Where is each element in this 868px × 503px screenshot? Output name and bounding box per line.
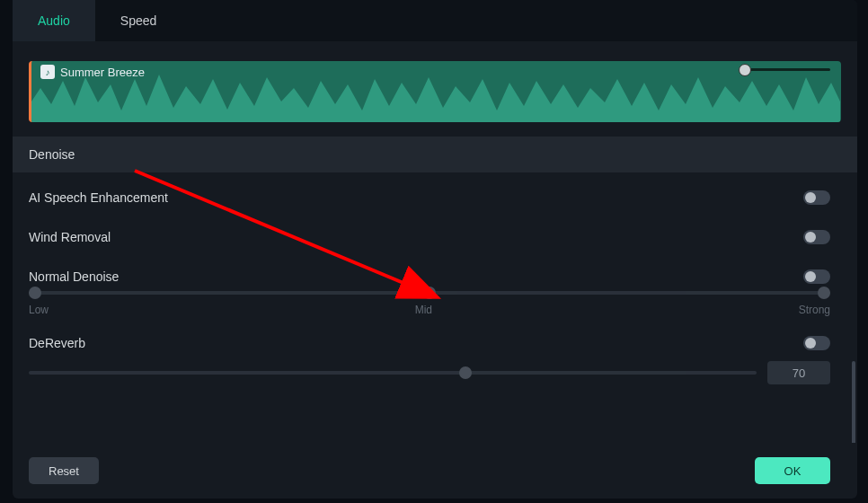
normal-denoise-toggle[interactable] (803, 269, 830, 284)
normal-denoise-slider[interactable] (29, 291, 830, 295)
dereverb-toggle[interactable] (803, 336, 830, 350)
tab-audio[interactable]: Audio (13, 0, 95, 41)
normal-denoise-handle-low[interactable] (29, 287, 41, 299)
clip-title: Summer Breeze (60, 66, 145, 79)
reset-button[interactable]: Reset (29, 457, 99, 484)
svg-marker-0 (31, 75, 840, 122)
dereverb-slider[interactable] (29, 371, 757, 375)
normal-denoise-handle-strong[interactable] (818, 287, 830, 299)
ai-speech-toggle[interactable] (803, 190, 830, 205)
tab-bar: Audio Speed (13, 0, 857, 41)
music-note-icon: ♪ (40, 65, 55, 79)
wind-removal-toggle[interactable] (803, 230, 830, 244)
waveform-icon (31, 61, 840, 122)
wind-removal-label: Wind Removal (29, 230, 111, 244)
slider-label-strong: Strong (799, 304, 830, 316)
normal-denoise-label: Normal Denoise (29, 269, 119, 284)
clip-fade-handle[interactable] (739, 64, 751, 76)
ok-button[interactable]: OK (755, 457, 830, 484)
slider-label-low: Low (29, 304, 49, 316)
normal-denoise-handle-mid[interactable] (423, 287, 436, 299)
section-denoise-header: Denoise (13, 137, 857, 172)
dereverb-value[interactable]: 70 (767, 361, 830, 384)
audio-clip[interactable]: ♪ Summer Breeze (29, 61, 841, 122)
dereverb-label: DeReverb (29, 336, 85, 350)
tab-speed[interactable]: Speed (95, 0, 182, 41)
clip-fade-slider[interactable] (745, 68, 830, 71)
slider-label-mid: Mid (415, 304, 432, 316)
ai-speech-label: AI Speech Enhancement (29, 190, 168, 205)
dereverb-handle[interactable] (459, 366, 472, 379)
scrollbar[interactable] (852, 361, 855, 443)
